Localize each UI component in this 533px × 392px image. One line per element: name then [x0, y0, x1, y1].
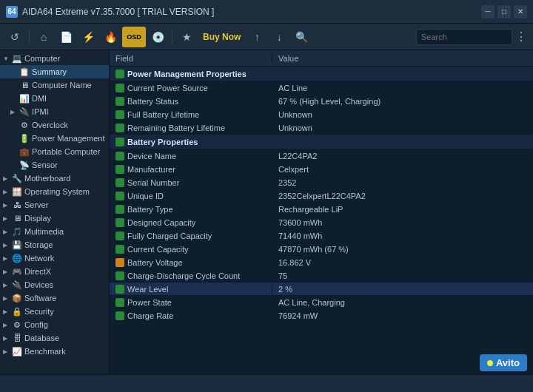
tree-icon-overclock: ⚙ [19, 120, 30, 130]
sidebar-item-ipmi[interactable]: ▶🔌IPMI [0, 105, 109, 118]
sidebar-item-power-management[interactable]: 🔋Power Management [0, 132, 109, 145]
sidebar-item-display[interactable]: ▶🖥Display [0, 212, 109, 225]
search-tool-button[interactable]: 🔍 [291, 27, 312, 47]
table-row[interactable]: ManufacturerCelxpert [110, 163, 533, 176]
field-text-battery-properties-10: Wear Level [127, 285, 168, 294]
sidebar-item-motherboard[interactable]: ▶🔧Motherboard [0, 172, 109, 185]
cell-value-battery-properties-5: 73600 mWh [272, 217, 533, 228]
tree-icon-computer: 💻 [12, 53, 22, 64]
table-row[interactable]: Battery Status67 % (High Level, Charging… [110, 95, 533, 108]
arrow-up-button[interactable]: ↑ [247, 27, 267, 47]
sidebar-item-directx[interactable]: ▶🎮DirectX [0, 265, 109, 278]
table-row[interactable]: Fully Charged Capacity71440 mWh [110, 229, 533, 243]
avito-badge[interactable]: Avito [480, 354, 527, 371]
tree-icon-display: 🖥 [12, 213, 22, 223]
sidebar-item-dmi[interactable]: 📊DMI [0, 92, 109, 105]
field-text-power-management-0: Current Power Source [127, 84, 208, 92]
star-button[interactable]: ★ [176, 27, 197, 47]
sidebar-item-server[interactable]: ▶🖧Server [0, 198, 109, 212]
cpu-button[interactable]: ⚡ [78, 27, 98, 47]
cell-field-battery-properties-8: Battery Voltage [110, 257, 272, 268]
cell-value-power-management-3: Unknown [272, 123, 533, 133]
tree-icon-config: ⚙ [12, 320, 22, 330]
sidebar-item-database[interactable]: ▶🗄Database [0, 331, 109, 345]
home-button[interactable]: ⌂ [33, 27, 54, 47]
table-row[interactable]: Battery Voltage16.862 V [110, 256, 533, 269]
tree-arrow-storage: ▶ [3, 242, 12, 249]
table-row[interactable]: Designed Capacity73600 mWh [110, 216, 533, 229]
title-bar-left: 64 AIDA64 Extreme v7.35.7000 [ TRIAL VER… [6, 6, 214, 18]
table-row[interactable]: Current Power SourceAC Line [110, 81, 533, 95]
disk-button[interactable]: 💿 [147, 27, 168, 47]
refresh-button[interactable]: ↺ [4, 27, 25, 47]
tree-label-config: Config [24, 320, 48, 329]
arrow-down-button[interactable]: ↓ [269, 27, 289, 47]
sidebar-item-multimedia[interactable]: ▶🎵Multimedia [0, 225, 109, 238]
table-row[interactable]: Remaining Battery LifetimeUnknown [110, 121, 533, 135]
tree-label-network: Network [24, 254, 54, 263]
tree-arrow-network: ▶ [3, 255, 12, 262]
sidebar-item-network[interactable]: ▶🌐Network [0, 251, 109, 265]
sidebar-item-computer-name[interactable]: 🖥Computer Name [0, 78, 109, 92]
minimize-button[interactable]: ─ [481, 5, 495, 18]
row-icon-power-management-0 [115, 84, 124, 92]
table-row[interactable]: Current Capacity47870 mWh (67 %) [110, 243, 533, 256]
sidebar-item-sensor[interactable]: 📡Sensor [0, 158, 109, 172]
section-label-power-management: Power Management Properties [110, 68, 533, 80]
sidebar-item-config[interactable]: ▶⚙Config [0, 318, 109, 331]
sidebar-item-benchmark[interactable]: ▶📈Benchmark [0, 345, 109, 358]
cell-field-battery-properties-9: Charge-Discharge Cycle Count [110, 271, 272, 281]
sidebar-item-summary[interactable]: 📋Summary [0, 65, 109, 78]
sidebar-item-security[interactable]: ▶🔒Security [0, 305, 109, 318]
table-row[interactable]: Charge-Discharge Cycle Count75 [110, 269, 533, 283]
sidebar-item-computer[interactable]: ▼💻Computer [0, 52, 109, 65]
row-icon-power-management-3 [115, 124, 124, 132]
window-controls: ─ □ ✕ [481, 5, 527, 18]
field-text-power-management-3: Remaining Battery Lifetime [127, 124, 225, 132]
cell-field-battery-properties-3: Unique ID [110, 191, 272, 201]
buy-now-button[interactable]: Buy Now [198, 30, 245, 44]
menu-button[interactable]: ⋮ [514, 27, 529, 47]
search-input[interactable] [416, 29, 512, 45]
sidebar-item-os[interactable]: ▶🪟Operating System [0, 185, 109, 198]
tree-arrow-security: ▶ [3, 308, 12, 315]
maximize-button[interactable]: □ [497, 5, 511, 18]
table-row[interactable]: Full Battery LifetimeUnknown [110, 108, 533, 121]
row-icon-battery-properties-4 [115, 205, 124, 214]
sidebar-item-storage[interactable]: ▶💾Storage [0, 238, 109, 251]
osd-button[interactable]: OSD [122, 27, 146, 47]
cell-value-battery-properties-12: 76924 mW [272, 311, 533, 321]
table-row[interactable]: Wear Level2 % [110, 283, 533, 296]
section-icon-battery-properties [115, 138, 124, 146]
field-text-battery-properties-5: Designed Capacity [127, 218, 195, 227]
tree-arrow-server: ▶ [3, 202, 12, 209]
sidebar-item-overclock[interactable]: ⚙Overclock [0, 118, 109, 132]
cell-field-battery-properties-12: Charge Rate [110, 311, 272, 321]
cell-field-battery-properties-6: Fully Charged Capacity [110, 231, 272, 241]
sidebar-item-software[interactable]: ▶📦Software [0, 291, 109, 305]
row-icon-battery-properties-0 [115, 152, 124, 160]
tree-icon-portable: 💼 [19, 146, 30, 157]
report-button[interactable]: 📄 [56, 27, 76, 47]
cell-value-power-management-2: Unknown [272, 109, 533, 120]
sidebar-item-devices[interactable]: ▶🔌Devices [0, 278, 109, 291]
tree-icon-multimedia: 🎵 [12, 226, 22, 237]
table-body[interactable]: Power Management PropertiesCurrent Power… [110, 67, 533, 374]
close-button[interactable]: ✕ [514, 5, 527, 18]
field-text-battery-properties-11: Power State [127, 298, 172, 307]
table-header: Field Value [110, 50, 533, 67]
table-row[interactable]: Unique ID2352CelxpertL22C4PA2 [110, 189, 533, 203]
table-row[interactable]: Charge Rate76924 mW [110, 309, 533, 322]
tree-label-dmi: DMI [32, 94, 47, 103]
table-row[interactable]: Battery TypeRechargeable LiP [110, 203, 533, 216]
table-row[interactable]: Device NameL22C4PA2 [110, 149, 533, 163]
main-content: ▼💻Computer📋Summary🖥Computer Name📊DMI▶🔌IP… [0, 50, 533, 374]
table-row[interactable]: Serial Number2352 [110, 176, 533, 189]
flame-button[interactable]: 🔥 [100, 27, 121, 47]
field-text-battery-properties-12: Charge Rate [127, 311, 173, 320]
cell-field-battery-properties-4: Battery Type [110, 204, 272, 214]
avito-label: Avito [496, 357, 520, 368]
table-row[interactable]: Power StateAC Line, Charging [110, 296, 533, 309]
sidebar-item-portable[interactable]: 💼Portable Computer [0, 145, 109, 158]
tree-label-database: Database [24, 334, 59, 342]
